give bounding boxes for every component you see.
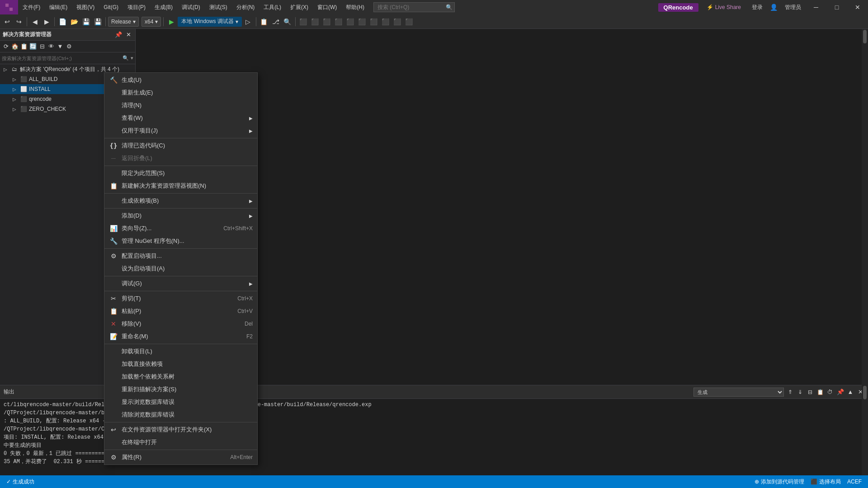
menu-help[interactable]: 帮助(H)	[341, 0, 369, 14]
toolbar-extra-6-icon[interactable]: ⬛	[357, 16, 368, 27]
minimize-button[interactable]: ─	[806, 0, 826, 14]
install-expand-icon[interactable]: ▷	[11, 87, 18, 92]
ctx-unload[interactable]: 卸载项目(L)	[104, 345, 257, 358]
platform-dropdown[interactable]: x64 ▾	[142, 17, 161, 27]
solution-root-expand-icon[interactable]: ▷	[2, 67, 9, 72]
ctx-open-explorer[interactable]: ↩ 在文件资源管理器中打开文件夹(X)	[104, 423, 257, 436]
se-toolbar-show-all-icon[interactable]: 👁	[47, 43, 55, 51]
ctx-build[interactable]: 🔨 生成(U)	[104, 74, 257, 86]
ctx-clean[interactable]: 清理(N)	[104, 99, 257, 112]
menu-debug[interactable]: 调试(D)	[177, 0, 205, 14]
menu-window[interactable]: 窗口(W)	[313, 0, 341, 14]
se-toolbar-collapse-icon[interactable]: ⊟	[38, 43, 46, 51]
menu-tools[interactable]: 工具(L)	[259, 0, 286, 14]
toolbar-redo-icon[interactable]: ↪	[14, 16, 24, 27]
ctx-rename[interactable]: 📝 重命名(M) F2	[104, 330, 257, 343]
se-toolbar-properties-icon[interactable]: 📋	[20, 43, 28, 51]
toolbar-start-icon[interactable]: ▶	[166, 16, 177, 27]
toolbar-forward-icon[interactable]: ▶	[41, 16, 52, 27]
ctx-rebuild[interactable]: 重新生成(E)	[104, 86, 257, 99]
menu-file[interactable]: 文件(F)	[18, 0, 45, 14]
bottom-panel-scrollbar[interactable]	[862, 385, 868, 475]
ctx-clear-db-errors[interactable]: 清除浏览数据库错误	[104, 408, 257, 421]
ctx-open-terminal[interactable]: 在终端中打开	[104, 436, 257, 449]
ctx-remove[interactable]: ✕ 移除(V) Del	[104, 317, 257, 330]
menu-view[interactable]: 视图(V)	[72, 0, 99, 14]
menu-extensions[interactable]: 扩展(X)	[286, 0, 313, 14]
output-toolbar-btn-4[interactable]: 📋	[816, 388, 825, 397]
ctx-properties[interactable]: ⚙ 属性(R) Alt+Enter	[104, 451, 257, 464]
se-toolbar-settings-icon[interactable]: ⚙	[65, 43, 73, 51]
output-toolbar-btn-1[interactable]: ⇑	[786, 388, 795, 397]
close-button[interactable]: ✕	[847, 0, 868, 14]
bottom-panel-expand-icon[interactable]: ▲	[846, 388, 854, 396]
ctx-show-db-errors[interactable]: 显示浏览数据库错误	[104, 396, 257, 408]
se-toolbar-filter-icon[interactable]: ▼	[56, 43, 64, 51]
toolbar-new-icon[interactable]: 📄	[57, 16, 68, 27]
panel-pin-icon[interactable]: 📌	[114, 31, 123, 39]
ctx-load-all-deps[interactable]: 加载整个依赖关系树	[104, 370, 257, 383]
ctx-scope[interactable]: 限定为此范围(S)	[104, 167, 257, 180]
toolbar-extra-8-icon[interactable]: ⬛	[380, 16, 391, 27]
title-search-input[interactable]	[373, 2, 455, 12]
toolbar-extra-10-icon[interactable]: ⬛	[404, 16, 415, 27]
ctx-rescan[interactable]: 重新扫描解决方案(S)	[104, 383, 257, 396]
zerocheck-expand-icon[interactable]: ▷	[11, 107, 18, 112]
ctx-new-view[interactable]: 📋 新建解决方案资源管理器视图(N)	[104, 180, 257, 192]
ctx-set-startup[interactable]: 设为启动项目(A)	[104, 262, 257, 275]
menu-git[interactable]: Git(G)	[99, 0, 123, 14]
toolbar-save-icon[interactable]: 💾	[80, 16, 91, 27]
status-acef[interactable]: ACEF	[844, 479, 864, 485]
bottom-panel-pin-icon[interactable]: 📌	[836, 388, 844, 396]
allbuild-expand-icon[interactable]: ▷	[11, 77, 18, 82]
status-build-result[interactable]: ✓ 生成成功	[4, 475, 37, 488]
live-share-button[interactable]: ⚡ Live Share	[703, 3, 745, 11]
ctx-view[interactable]: 查看(W) ▶	[104, 112, 257, 124]
admin-button[interactable]: 管理员	[782, 3, 804, 12]
ctx-build-deps[interactable]: 生成依赖项(B) ▶	[104, 194, 257, 207]
toolbar-extra-3-icon[interactable]: ⬛	[321, 16, 332, 27]
toolbar-find-icon[interactable]: 🔍	[282, 16, 293, 27]
ctx-load-direct-deps[interactable]: 加载直接依赖项	[104, 358, 257, 370]
qrencode-expand-icon[interactable]: ▷	[11, 97, 18, 102]
toolbar-back-icon[interactable]: ◀	[29, 16, 40, 27]
menu-test[interactable]: 测试(S)	[205, 0, 232, 14]
toolbar-extra-1-icon[interactable]: ⬛	[298, 16, 309, 27]
toolbar-extra-4-icon[interactable]: ⬛	[333, 16, 344, 27]
toolbar-open-icon[interactable]: 📂	[69, 16, 80, 27]
output-tab[interactable]: 输出	[4, 388, 14, 396]
signin-button[interactable]: 登录	[749, 3, 765, 12]
ctx-configure-startup[interactable]: ⚙ 配置启动项目...	[104, 250, 257, 262]
output-toolbar-btn-5[interactable]: ⏱	[826, 388, 835, 397]
ctx-cut[interactable]: ✂ 剪切(T) Ctrl+X	[104, 292, 257, 305]
toolbar-attach-icon[interactable]: ▷	[243, 16, 254, 27]
panel-close-icon[interactable]: ✕	[124, 31, 132, 39]
menu-analyze[interactable]: 分析(N)	[232, 0, 259, 14]
maximize-button[interactable]: □	[826, 0, 847, 14]
se-toolbar-sync-icon[interactable]: ⟳	[2, 43, 10, 51]
status-layout[interactable]: ⬛ 选择布局	[808, 478, 844, 486]
ctx-debug[interactable]: 调试(G) ▶	[104, 277, 257, 290]
menu-project[interactable]: 项目(P)	[123, 0, 150, 14]
toolbar-extra-5-icon[interactable]: ⬛	[345, 16, 356, 27]
toolbar-git-icon[interactable]: ⎇	[270, 16, 281, 27]
build-config-dropdown[interactable]: Release ▾	[108, 17, 139, 27]
ctx-class-wizard[interactable]: 📊 类向导(Z)... Ctrl+Shift+X	[104, 222, 257, 235]
ctx-clean-selected[interactable]: {} 清理已选代码(C)	[104, 139, 257, 152]
output-source-dropdown[interactable]: 生成	[693, 388, 784, 397]
solution-search-input[interactable]	[2, 56, 121, 61]
toolbar-extra-7-icon[interactable]: ⬛	[368, 16, 379, 27]
se-toolbar-home-icon[interactable]: 🏠	[11, 43, 19, 51]
toolbar-solution-config-icon[interactable]: 📋	[259, 16, 269, 27]
main-area-scrollbar[interactable]	[862, 29, 868, 385]
run-debugger-button[interactable]: 本地 Windows 调试器 ▾	[178, 17, 241, 27]
menu-build[interactable]: 生成(B)	[150, 0, 177, 14]
status-source-control[interactable]: ⊕ 添加到源代码管理	[752, 478, 807, 486]
ctx-add[interactable]: 添加(D) ▶	[104, 209, 257, 222]
ctx-project-only[interactable]: 仅用于项目(J) ▶	[104, 124, 257, 137]
output-toolbar-btn-3[interactable]: ⊟	[806, 388, 815, 397]
se-toolbar-refresh-icon[interactable]: 🔄	[29, 43, 37, 51]
menu-edit[interactable]: 编辑(E)	[45, 0, 72, 14]
toolbar-extra-9-icon[interactable]: ⬛	[392, 16, 403, 27]
ctx-nuget[interactable]: 🔧 管理 NuGet 程序包(N)...	[104, 235, 257, 247]
